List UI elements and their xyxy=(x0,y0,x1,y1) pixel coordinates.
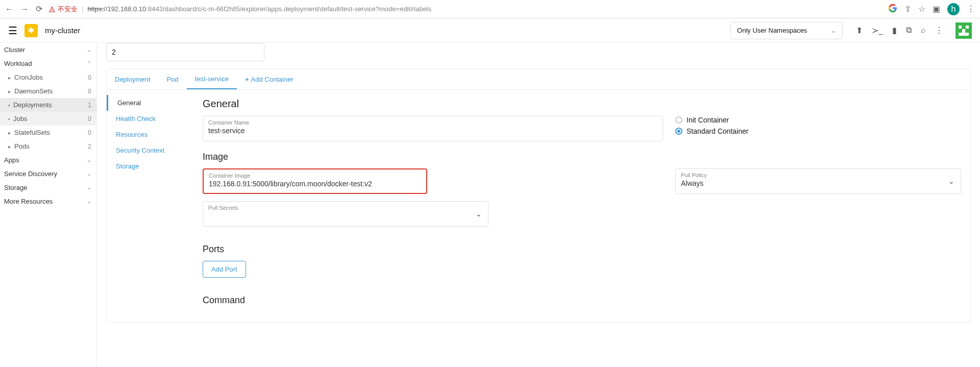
sidebar-item-pods[interactable]: ▸Pods 2 xyxy=(0,139,96,153)
app-shell: Cluster ⌄ Workload ⌃ ▸CronJobs 0 ▸Daemon… xyxy=(0,43,980,367)
radio-standard-container[interactable]: Standard Container xyxy=(675,127,961,135)
sidebar-service-discovery[interactable]: Service Discovery ⌄ xyxy=(0,167,96,181)
radio-init-container[interactable]: Init Container xyxy=(675,116,961,124)
container-subnav: General Health Check Resources Security … xyxy=(107,90,193,322)
pull-secrets-label: Pull Secrets xyxy=(208,205,483,211)
subnav-security-context[interactable]: Security Context xyxy=(107,142,193,158)
url-text: https://192.168.0.10:8443/dashboard/c/c-… xyxy=(87,5,431,13)
sidebar-storage[interactable]: Storage ⌄ xyxy=(0,181,96,194)
terminal-icon[interactable]: ≻_ xyxy=(872,26,883,35)
more-icon[interactable]: ⋮ xyxy=(935,26,943,35)
section-command-title: Command xyxy=(203,295,961,306)
kebab-icon[interactable]: ⋮ xyxy=(967,4,975,14)
pull-secrets-select[interactable]: Pull Secrets ⌄ xyxy=(203,201,488,227)
folder-icon: ▸ xyxy=(8,75,11,81)
namespace-label: Only User Namespaces xyxy=(737,27,807,34)
sidebar-item-deployments[interactable]: ▪Deployments 1 xyxy=(0,98,96,112)
sidebar-item-daemonsets[interactable]: ▸DaemonSets 0 xyxy=(0,84,96,98)
namespace-selector[interactable]: Only User Namespaces ⌄ xyxy=(730,22,843,39)
main-panel: 2 Deployment Pod test-service +Add Conta… xyxy=(97,43,980,367)
section-general-title: General xyxy=(203,98,961,110)
folder-icon: ▪ xyxy=(8,102,10,108)
extension-icon[interactable]: ▣ xyxy=(933,4,940,14)
star-icon[interactable]: ☆ xyxy=(918,4,925,14)
section-image-title: Image xyxy=(203,152,961,162)
address-bar[interactable]: 不安全 | https://192.168.0.10:8443/dashboar… xyxy=(48,5,882,14)
subnav-general[interactable]: General xyxy=(107,95,193,111)
chevron-down-icon: ⌄ xyxy=(948,177,954,185)
tab-pod[interactable]: Pod xyxy=(158,69,186,89)
subnav-resources[interactable]: Resources xyxy=(107,127,193,142)
count-badge: 2 xyxy=(88,143,91,150)
container-name-value: test-service xyxy=(208,127,657,135)
chevron-down-icon: ⌄ xyxy=(87,184,91,191)
pull-policy-label: Pull Policy xyxy=(681,172,955,178)
search-icon[interactable]: ⌕ xyxy=(921,26,926,35)
sidebar-cluster[interactable]: Cluster ⌄ xyxy=(0,43,96,57)
container-image-field[interactable]: Container Image 192.168.0.91:5000/librar… xyxy=(203,168,427,194)
tab-test-service[interactable]: test-service xyxy=(187,69,237,89)
clipboard-icon[interactable]: ⧉ xyxy=(906,26,912,35)
chevron-down-icon: ⌄ xyxy=(87,170,91,177)
folder-icon: ▪ xyxy=(8,116,10,122)
count-badge: 0 xyxy=(88,88,91,95)
profile-avatar[interactable]: h xyxy=(947,3,960,15)
radio-icon xyxy=(675,116,682,124)
pull-policy-select[interactable]: Pull Policy Always ⌄ xyxy=(675,168,961,194)
browser-actions: ⇪ ☆ ▣ h ⋮ xyxy=(888,3,975,15)
google-icon[interactable] xyxy=(888,4,897,15)
chevron-down-icon: ⌄ xyxy=(87,157,91,163)
section-ports-title: Ports xyxy=(203,244,961,255)
browser-chrome: ← → ⟳ 不安全 | https://192.168.0.10:8443/da… xyxy=(0,0,980,18)
insecure-badge: 不安全 xyxy=(48,5,78,14)
count-badge: 0 xyxy=(88,129,91,136)
user-avatar[interactable] xyxy=(955,22,972,39)
share-icon[interactable]: ⇪ xyxy=(904,4,911,14)
sidebar-item-cronjobs[interactable]: ▸CronJobs 0 xyxy=(0,70,96,84)
upload-icon[interactable]: ⬆ xyxy=(856,26,863,35)
separator: | xyxy=(82,5,83,13)
sidebar-item-jobs[interactable]: ▪Jobs 0 xyxy=(0,112,96,126)
plus-icon: + xyxy=(245,76,249,83)
forward-icon[interactable]: → xyxy=(20,5,29,13)
container-image-label: Container Image xyxy=(209,173,421,179)
replicas-value: 2 xyxy=(112,48,116,56)
replicas-row: 2 xyxy=(106,43,971,61)
tab-add-container[interactable]: +Add Container xyxy=(237,69,302,89)
back-icon[interactable]: ← xyxy=(5,5,13,13)
chevron-down-icon: ⌄ xyxy=(476,210,482,218)
container-editor: General Health Check Resources Security … xyxy=(106,90,971,323)
rancher-logo[interactable] xyxy=(24,24,38,37)
subnav-storage[interactable]: Storage xyxy=(107,158,193,174)
container-name-label: Container Name xyxy=(208,119,657,126)
browser-nav: ← → ⟳ xyxy=(5,5,42,13)
app-header: ☰ my-cluster Only User Namespaces ⌄ ⬆ ≻_… xyxy=(0,18,980,43)
folder-icon: ▸ xyxy=(8,143,11,150)
add-port-button[interactable]: Add Port xyxy=(203,261,246,278)
sidebar-item-statefulsets[interactable]: ▸StatefulSets 0 xyxy=(0,126,96,139)
menu-icon[interactable]: ☰ xyxy=(8,25,17,37)
container-name-field[interactable]: Container Name test-service xyxy=(203,116,663,141)
sidebar: Cluster ⌄ Workload ⌃ ▸CronJobs 0 ▸Daemon… xyxy=(0,43,97,367)
radio-icon xyxy=(675,128,682,135)
svg-rect-1 xyxy=(959,26,962,29)
svg-rect-2 xyxy=(966,26,969,29)
sidebar-more-resources[interactable]: More Resources ⌄ xyxy=(0,194,96,208)
sidebar-apps[interactable]: Apps ⌄ xyxy=(0,153,96,167)
pull-secrets-value xyxy=(208,212,483,220)
subnav-health-check[interactable]: Health Check xyxy=(107,111,193,127)
cluster-name[interactable]: my-cluster xyxy=(45,26,80,35)
sidebar-workload[interactable]: Workload ⌃ xyxy=(0,57,96,70)
chevron-down-icon: ⌄ xyxy=(87,46,91,53)
folder-icon: ▸ xyxy=(8,88,11,94)
chevron-down-icon: ⌄ xyxy=(831,27,836,34)
chevron-down-icon: ⌄ xyxy=(87,198,91,205)
chevron-up-icon: ⌃ xyxy=(87,60,91,67)
tab-deployment[interactable]: Deployment xyxy=(107,69,158,89)
pull-policy-value: Always xyxy=(681,179,955,187)
container-tabs: Deployment Pod test-service +Add Contain… xyxy=(106,68,971,90)
file-icon[interactable]: ▮ xyxy=(892,26,897,35)
count-badge: 0 xyxy=(88,74,91,81)
reload-icon[interactable]: ⟳ xyxy=(36,5,42,13)
replicas-input[interactable]: 2 xyxy=(106,43,264,61)
